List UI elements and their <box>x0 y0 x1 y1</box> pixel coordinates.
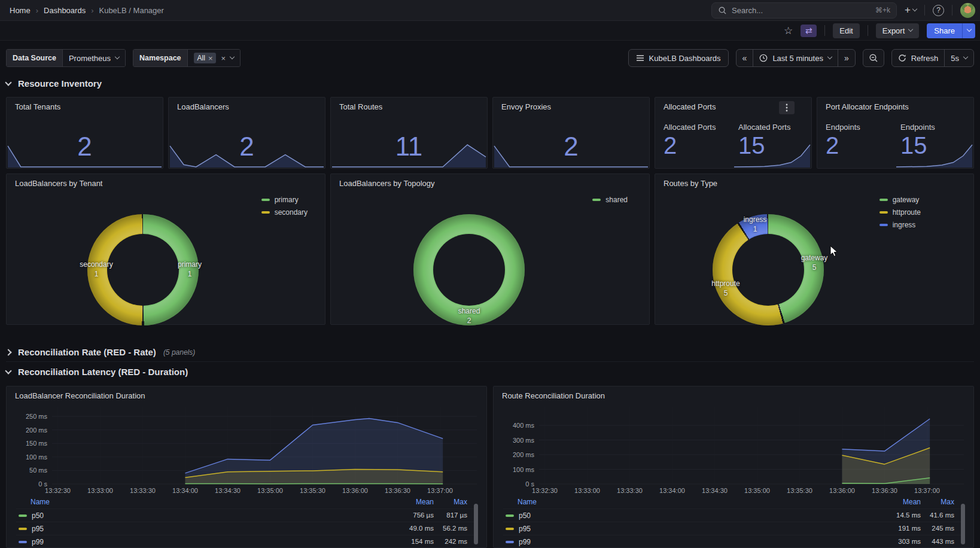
section-reconciliation-latency[interactable]: Reconciliation Latency (RED - Duration) <box>6 367 188 377</box>
legend-series-name[interactable]: p99 <box>32 538 44 546</box>
time-picker-group: « Last 5 minutes » <box>736 49 856 67</box>
legend-header-mean[interactable]: Mean <box>849 498 921 506</box>
svg-text:13:35:30: 13:35:30 <box>300 487 325 494</box>
panel-menu-button[interactable] <box>779 101 795 114</box>
svg-text:100 ms: 100 ms <box>26 453 48 461</box>
timeseries-chart[interactable]: 0 s50 ms100 ms150 ms200 ms250 ms13:32:30… <box>7 386 488 495</box>
donut-chart[interactable] <box>413 214 525 325</box>
svg-text:13:32:30: 13:32:30 <box>45 487 71 494</box>
legend-series-name[interactable]: p95 <box>32 525 44 533</box>
legend-item[interactable]: httproute <box>879 208 921 217</box>
donut-chart[interactable] <box>713 214 824 325</box>
legend-row[interactable]: p5014.5 ms41.6 ms <box>503 509 963 522</box>
legend-row[interactable]: p99154 ms242 ms <box>16 535 476 548</box>
time-shift-back-button[interactable]: « <box>736 50 753 66</box>
legend-item[interactable]: shared <box>592 196 628 204</box>
share-button[interactable]: Share <box>927 23 962 38</box>
legend-max-value: 41.6 ms <box>912 512 954 519</box>
remove-tag-icon[interactable]: × <box>208 54 213 62</box>
legend-item[interactable]: primary <box>261 196 308 204</box>
share-split-button: Share <box>927 23 975 38</box>
legend-item[interactable]: gateway <box>879 196 921 204</box>
divider <box>824 25 825 36</box>
avatar[interactable] <box>960 3 975 18</box>
breadcrumb-dashboards[interactable]: Dashboards <box>44 6 86 15</box>
legend-swatch[interactable] <box>506 528 514 530</box>
legend-swatch[interactable] <box>19 541 27 543</box>
breadcrumb-current: KubeLB / Manager <box>99 6 163 15</box>
mouse-cursor <box>829 245 840 257</box>
legend-header-mean[interactable]: Mean <box>362 498 434 506</box>
panel-title[interactable]: LoadBalancers by Topology <box>339 179 435 188</box>
legend-mean-value: 191 ms <box>849 525 921 532</box>
namespace-select[interactable]: All× × <box>188 50 241 66</box>
legend-series-name[interactable]: p99 <box>519 538 531 546</box>
section-reconciliation-rate[interactable]: Reconciliation Rate (RED - Rate) (5 pane… <box>6 347 195 357</box>
legend-series-name[interactable]: p50 <box>32 512 44 520</box>
legend-scrollbar[interactable] <box>961 504 965 544</box>
panel-title[interactable]: Total Tenants <box>15 102 60 111</box>
divider <box>952 5 952 16</box>
legend-header-max[interactable]: Max <box>912 498 954 506</box>
time-range-picker[interactable]: Last 5 minutes <box>753 50 838 66</box>
chevron-down-icon <box>5 79 11 86</box>
stat-panel: Total Tenants2 <box>6 97 163 169</box>
donut-chart[interactable] <box>87 214 199 325</box>
datasource-label: Data Source <box>7 50 63 66</box>
svg-text:13:33:30: 13:33:30 <box>617 487 643 494</box>
section-resource-inventory[interactable]: Resource Inventory <box>6 78 102 89</box>
panel-title[interactable]: LoadBalancers by Tenant <box>15 179 102 188</box>
legend-swatch[interactable] <box>19 528 27 530</box>
kubelb-dashboards-button[interactable]: KubeLB Dashboards <box>628 49 729 67</box>
panel-title[interactable]: Routes by Type <box>664 179 717 188</box>
legend-item[interactable]: secondary <box>261 208 308 217</box>
legend-swatch <box>879 224 888 226</box>
breadcrumb-home[interactable]: Home <box>10 6 31 15</box>
breadcrumb-separator-icon: › <box>36 6 38 15</box>
sparkline <box>169 144 324 168</box>
stat-panel: Allocated PortsAllocated Ports2Allocated… <box>655 97 812 169</box>
star-icon[interactable]: ☆ <box>784 26 793 36</box>
time-shift-forward-button[interactable]: » <box>838 50 855 66</box>
legend-row[interactable]: p9549.0 ms56.2 ms <box>16 522 476 535</box>
legend-series-name[interactable]: p95 <box>519 525 531 533</box>
legend-scrollbar[interactable] <box>474 504 478 544</box>
legend-series-name[interactable]: p50 <box>519 512 531 520</box>
svg-text:300 ms: 300 ms <box>513 437 535 444</box>
legend-row[interactable]: p95191 ms245 ms <box>503 522 963 535</box>
swap-arrows-icon[interactable]: ⇄ <box>801 25 817 37</box>
namespace-tag[interactable]: All× <box>194 53 217 63</box>
legend-swatch[interactable] <box>19 514 27 517</box>
zoom-out-button[interactable] <box>863 49 884 67</box>
add-new-button[interactable]: + <box>905 4 917 16</box>
chevron-down-icon <box>230 54 235 59</box>
panel-title[interactable]: Port Allocator Endpoints <box>826 102 909 111</box>
timeseries-chart[interactable]: 0 s100 ms200 ms300 ms400 ms13:32:3013:33… <box>494 386 975 495</box>
legend-swatch[interactable] <box>506 514 514 517</box>
search-input[interactable]: Search... ⌘+k <box>711 2 897 19</box>
stat-panel: LoadBalancers2 <box>168 97 325 169</box>
chevron-down-icon <box>908 27 913 32</box>
export-button[interactable]: Export <box>876 23 920 38</box>
refresh-interval-select[interactable]: 5s <box>944 50 973 66</box>
datasource-select[interactable]: Prometheus <box>63 50 125 66</box>
legend-header-name[interactable]: Name <box>518 498 537 506</box>
refresh-button[interactable]: Refresh <box>892 50 945 66</box>
panel-title[interactable]: Allocated Ports <box>664 102 716 111</box>
legend-row[interactable]: p99303 ms443 ms <box>503 535 963 548</box>
legend-max-value: 245 ms <box>912 525 954 532</box>
clear-all-icon[interactable]: × <box>221 54 226 62</box>
legend-header-max[interactable]: Max <box>425 498 467 506</box>
edit-button[interactable]: Edit <box>833 23 859 38</box>
chevron-down-icon <box>912 7 917 11</box>
help-icon[interactable]: ? <box>933 5 944 16</box>
legend-item[interactable]: ingress <box>879 221 921 229</box>
panel-title[interactable]: Total Routes <box>339 102 382 111</box>
panel-title[interactable]: LoadBalancers <box>177 102 229 111</box>
legend-header-name[interactable]: Name <box>31 498 50 506</box>
panel-title[interactable]: Envoy Proxies <box>501 102 551 111</box>
svg-text:13:34:30: 13:34:30 <box>702 487 728 494</box>
share-dropdown-button[interactable] <box>962 23 975 38</box>
legend-row[interactable]: p50756 µs817 µs <box>16 509 476 522</box>
legend-swatch[interactable] <box>506 541 514 543</box>
